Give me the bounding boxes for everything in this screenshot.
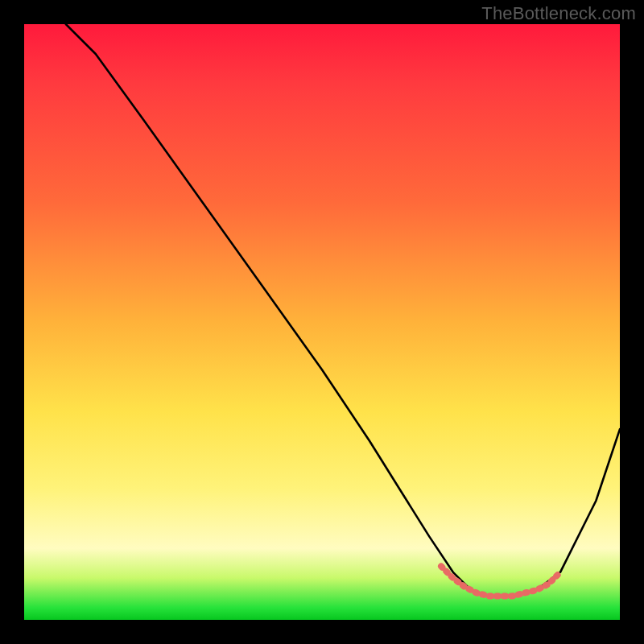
main-curve-line (66, 24, 620, 596)
chart-stage: TheBottleneck.com (0, 0, 644, 644)
valley-highlight-line (441, 566, 560, 596)
plot-area (24, 24, 620, 620)
chart-svg (24, 24, 620, 620)
watermark-text: TheBottleneck.com (481, 3, 636, 24)
